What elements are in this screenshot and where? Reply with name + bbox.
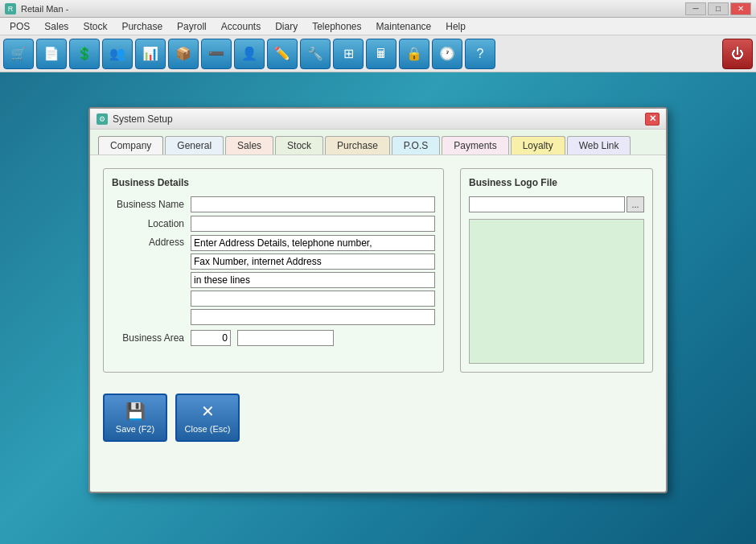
logo-preview-area [469,219,644,364]
dialog-close-button[interactable]: ✕ [645,113,659,126]
save-label: Save (F2) [116,424,154,434]
logo-input-row: ... [469,196,644,212]
tab-pos[interactable]: P.O.S [392,136,440,155]
business-name-input[interactable] [191,196,435,212]
menu-item-help[interactable]: Help [439,19,472,34]
toolbar-person-icon[interactable]: 👤 [234,39,265,69]
app-icon: R [5,3,16,14]
toolbar-people-icon[interactable]: 👥 [102,39,133,69]
menu-item-sales[interactable]: Sales [38,19,75,34]
business-details-section: Business Details Business Name Location … [103,168,444,373]
logo-section-title: Business Logo File [469,177,644,188]
logo-file-input[interactable] [469,196,625,212]
tab-weblink[interactable]: Web Link [567,136,631,155]
business-area-label: Business Area [112,332,184,344]
toolbar-lock-icon[interactable]: 🔒 [399,39,429,69]
close-dialog-button[interactable]: ✕ Close (Esc) [175,394,240,442]
minimize-button[interactable]: ─ [685,2,706,15]
tab-company[interactable]: Company [98,136,163,155]
close-footer-icon: ✕ [201,402,215,421]
toolbar-edit-icon[interactable]: ✏️ [267,39,298,69]
location-input[interactable] [191,216,435,232]
address-label: Address [112,235,184,325]
menu-item-diary[interactable]: Diary [269,19,304,34]
toolbar-box-icon[interactable]: 📦 [168,39,199,69]
menu-bar: POSSalesStockPurchasePayrollAccountsDiar… [0,18,756,35]
menu-item-stock[interactable]: Stock [76,19,113,34]
toolbar-pos-icon[interactable]: 🛒 [3,39,34,69]
business-name-label: Business Name [112,199,184,210]
business-name-row: Business Name [112,196,435,212]
tab-stock[interactable]: Stock [275,136,323,155]
maximize-button[interactable]: □ [708,2,729,15]
logo-section: Business Logo File ... [460,168,653,373]
dialog-icon: ⚙ [97,113,108,125]
menu-item-accounts[interactable]: Accounts [215,19,267,34]
toolbar-tools-icon[interactable]: 🔧 [300,39,331,69]
business-area-number-input[interactable] [191,330,231,346]
business-details-title: Business Details [112,177,435,188]
dialog-body: Business Details Business Name Location … [90,155,666,385]
menu-item-pos[interactable]: POS [3,19,36,34]
location-row: Location [112,216,435,232]
menu-item-payroll[interactable]: Payroll [171,19,213,34]
toolbar-grid-icon[interactable]: ⊞ [333,39,364,69]
dialog-title: System Setup [113,113,173,125]
tab-general[interactable]: General [165,136,224,155]
menu-item-maintenance[interactable]: Maintenance [370,19,438,34]
dialog-footer: 💾 Save (F2) ✕ Close (Esc) [90,385,666,455]
address-inputs [191,235,435,325]
toolbar-calc-icon[interactable]: 🖩 [366,39,396,69]
toolbar-dollar-icon[interactable]: 💲 [69,39,100,69]
close-button[interactable]: ✕ [730,2,751,15]
menu-item-telephones[interactable]: Telephones [306,19,368,34]
toolbar: 🛒📄💲👥📊📦➖👤✏️🔧⊞🖩🔒🕐?⏻ [0,35,756,72]
save-button[interactable]: 💾 Save (F2) [103,394,167,442]
address-line-5[interactable] [191,309,435,325]
toolbar-chart-icon[interactable]: 📊 [135,39,166,69]
address-line-1[interactable] [191,235,435,251]
tab-loyalty[interactable]: Loyalty [511,136,565,155]
toolbar-help-icon[interactable]: ? [465,39,495,69]
window-controls: ─ □ ✕ [685,2,751,15]
toolbar-clock-icon[interactable]: 🕐 [432,39,462,69]
toolbar-minus-icon[interactable]: ➖ [201,39,232,69]
dialog-title-bar: ⚙ System Setup ✕ [90,109,666,130]
tab-sales[interactable]: Sales [225,136,273,155]
tabs-container: CompanyGeneralSalesStockPurchaseP.O.SPay… [90,130,666,155]
logo-browse-button[interactable]: ... [627,196,644,212]
menu-item-purchase[interactable]: Purchase [115,19,169,34]
system-setup-dialog: ⚙ System Setup ✕ CompanyGeneralSalesStoc… [88,107,668,493]
address-row: Address [112,235,435,325]
toolbar-notes-icon[interactable]: 📄 [36,39,67,69]
app-title: Retail Man - [21,4,68,14]
business-area-name-input[interactable] [237,330,334,346]
save-icon: 💾 [125,402,146,421]
location-label: Location [112,218,184,229]
address-line-3[interactable] [191,272,435,288]
address-line-4[interactable] [191,291,435,307]
toolbar-power-icon[interactable]: ⏻ [722,39,753,69]
address-line-2[interactable] [191,253,435,270]
tab-payments[interactable]: Payments [442,136,508,155]
tab-purchase[interactable]: Purchase [325,136,390,155]
title-bar: R Retail Man - ─ □ ✕ [0,0,756,18]
close-label: Close (Esc) [185,424,231,434]
business-area-row: Business Area [112,330,435,346]
main-content: ⚙ System Setup ✕ CompanyGeneralSalesStoc… [0,72,756,544]
